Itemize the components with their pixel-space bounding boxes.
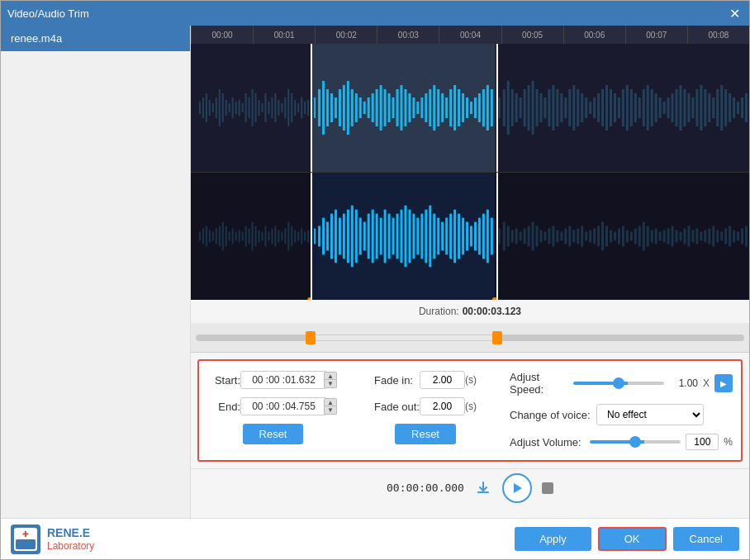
svg-rect-142: [202, 229, 204, 244]
start-row: Start: ▲ ▼: [209, 371, 337, 389]
svg-rect-174: [307, 230, 309, 243]
svg-rect-121: [676, 89, 678, 126]
end-spin-down[interactable]: ▼: [324, 406, 337, 415]
svg-rect-0: [199, 102, 201, 114]
scrubber-track[interactable]: [196, 335, 744, 341]
fade-out-input[interactable]: [420, 397, 465, 415]
start-input[interactable]: [240, 371, 327, 389]
fade-out-label: Fade out:: [374, 401, 420, 413]
svg-rect-172: [301, 229, 302, 244]
svg-rect-115: [651, 89, 653, 126]
scrubber-area: [191, 323, 749, 353]
play-button[interactable]: [502, 473, 532, 503]
svg-rect-229: [540, 230, 543, 243]
svg-rect-33: [307, 100, 309, 116]
svg-rect-152: [235, 232, 237, 241]
window-title: Video/Audio Trim: [7, 7, 89, 20]
svg-rect-30: [297, 103, 299, 112]
fade-out-unit: (s): [465, 401, 477, 412]
sidebar-item-file[interactable]: renee.m4a: [1, 26, 190, 51]
svg-rect-249: [622, 226, 624, 247]
svg-rect-219: [499, 229, 501, 244]
selected-region-top: [311, 44, 496, 172]
reset-start-button[interactable]: Reset: [243, 424, 304, 444]
stop-button[interactable]: [542, 482, 553, 494]
svg-rect-266: [691, 230, 694, 243]
svg-rect-132: [720, 85, 723, 131]
svg-rect-10: [232, 97, 234, 118]
svg-rect-4: [212, 103, 214, 112]
svg-rect-86: [532, 81, 534, 135]
svg-rect-162: [268, 232, 269, 241]
svg-rect-1: [202, 97, 204, 118]
svg-rect-83: [520, 97, 522, 118]
logo-area: ✚ RENE.E Laboratory: [11, 524, 94, 554]
volume-input[interactable]: [686, 434, 719, 450]
fade-in-input[interactable]: [420, 371, 465, 389]
svg-rect-243: [597, 226, 600, 247]
volume-slider[interactable]: [590, 440, 681, 444]
end-spin-buttons: ▲ ▼: [324, 398, 337, 415]
svg-rect-146: [216, 229, 217, 244]
svg-rect-160: [261, 232, 263, 241]
svg-rect-150: [229, 232, 230, 241]
svg-rect-143: [206, 226, 207, 247]
end-input[interactable]: [240, 397, 327, 415]
svg-rect-26: [284, 97, 286, 118]
svg-rect-168: [287, 222, 289, 251]
svg-rect-234: [560, 232, 562, 241]
svg-rect-221: [507, 226, 510, 247]
svg-rect-12: [239, 100, 240, 116]
main-content: renee.m4a 00:00 00:01 00:02 00:03 00:04 …: [1, 26, 749, 518]
svg-rect-141: [199, 232, 201, 241]
apply-button[interactable]: Apply: [515, 527, 591, 551]
start-spin-up[interactable]: ▲: [324, 372, 337, 380]
scrubber-handle-right[interactable]: [492, 331, 502, 344]
export-button[interactable]: [474, 479, 492, 497]
fade-out-row: Fade out: (s): [374, 397, 477, 415]
svg-rect-253: [638, 226, 641, 247]
svg-rect-223: [515, 229, 518, 244]
svg-rect-91: [552, 85, 554, 131]
slider-container-volume: %: [590, 434, 733, 450]
reset2-row: Reset: [374, 424, 477, 444]
svg-rect-233: [556, 230, 558, 243]
start-input-group: ▲ ▼: [240, 371, 337, 389]
svg-rect-107: [618, 97, 620, 118]
end-spin-up[interactable]: ▲: [324, 398, 337, 406]
svg-rect-23: [274, 93, 276, 122]
svg-rect-127: [700, 85, 702, 131]
speed-preview-button[interactable]: ▶: [714, 374, 733, 392]
waveform-top: [191, 44, 749, 172]
svg-rect-256: [651, 230, 653, 243]
svg-rect-22: [271, 97, 273, 118]
controls-panel: Start: ▲ ▼ End:: [197, 359, 743, 462]
svg-text:✚: ✚: [22, 530, 29, 539]
svg-rect-238: [577, 229, 579, 244]
speed-slider[interactable]: [573, 382, 664, 385]
fade-in-label: Fade in:: [374, 374, 420, 387]
svg-rect-145: [212, 232, 214, 241]
svg-rect-78: [499, 97, 501, 118]
svg-rect-135: [733, 97, 735, 118]
svg-rect-246: [610, 230, 612, 243]
start-spin-down[interactable]: ▼: [324, 380, 337, 388]
speed-row: Adjust Speed: 1.00 X ▶: [510, 371, 733, 396]
svg-rect-269: [704, 230, 706, 243]
svg-rect-232: [552, 226, 554, 247]
cancel-button[interactable]: Cancel: [673, 527, 739, 551]
svg-rect-228: [536, 226, 539, 247]
duration-label: Duration:: [419, 306, 459, 317]
reset-fade-button[interactable]: Reset: [395, 424, 456, 444]
ruler-mark-1: 00:01: [253, 26, 315, 44]
scrubber-handle-left[interactable]: [306, 331, 316, 344]
close-button[interactable]: ✕: [726, 5, 743, 21]
change-voice-label: Change of voice:: [510, 409, 596, 421]
voice-select[interactable]: No effect Male Female Robot: [596, 404, 704, 425]
ok-button[interactable]: OK: [598, 527, 667, 551]
voice-row: Change of voice: No effect Male Female R…: [510, 404, 733, 425]
ruler-mark-6: 00:06: [563, 26, 625, 44]
svg-rect-108: [622, 89, 624, 126]
svg-rect-154: [242, 232, 244, 241]
svg-rect-13: [242, 103, 244, 112]
